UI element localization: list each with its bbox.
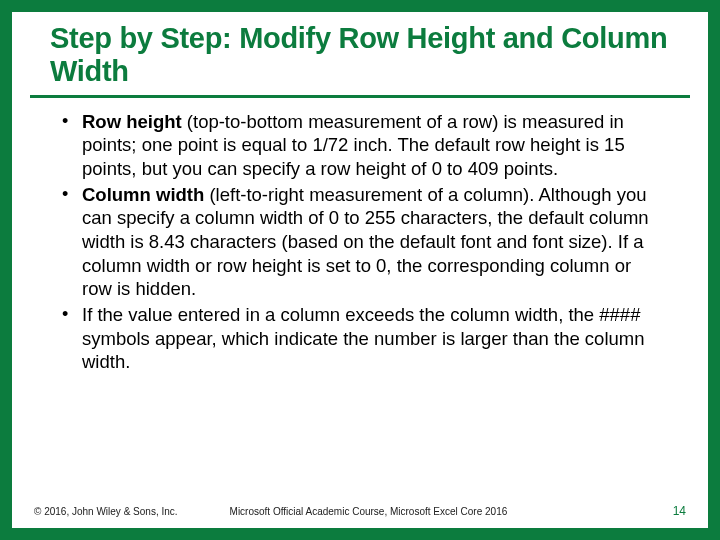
footer-course: Microsoft Official Academic Course, Micr… <box>178 506 673 517</box>
footer-copyright: © 2016, John Wiley & Sons, Inc. <box>34 506 178 517</box>
slide: Step by Step: Modify Row Height and Colu… <box>12 12 708 528</box>
bullet-lead: Column width <box>82 184 204 205</box>
bullet-lead: Row height <box>82 111 182 132</box>
bullet-rest: If the value entered in a column exceeds… <box>82 304 645 372</box>
footer-page-number: 14 <box>673 504 686 518</box>
footer: © 2016, John Wiley & Sons, Inc. Microsof… <box>12 504 708 528</box>
slide-title: Step by Step: Modify Row Height and Colu… <box>50 22 670 89</box>
bullet-list: Row height (top-to-bottom measurement of… <box>60 110 660 374</box>
header: Step by Step: Modify Row Height and Colu… <box>30 12 690 98</box>
list-item: If the value entered in a column exceeds… <box>60 303 660 374</box>
list-item: Row height (top-to-bottom measurement of… <box>60 110 660 181</box>
slide-body: Row height (top-to-bottom measurement of… <box>12 106 708 504</box>
list-item: Column width (left-to-right measurement … <box>60 183 660 301</box>
